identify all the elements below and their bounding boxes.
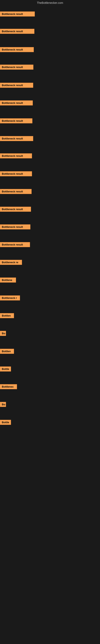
bottleneck-result-item[interactable]: Bottlenec xyxy=(0,384,17,389)
bottleneck-result-item[interactable]: Bottle xyxy=(0,366,11,372)
bottleneck-result-item[interactable]: Bottlene xyxy=(0,278,16,282)
bottleneck-result-item[interactable]: Bo xyxy=(0,331,6,336)
bottleneck-result-item[interactable]: Bottleneck result xyxy=(0,64,33,70)
bottleneck-result-item[interactable]: Bottleneck result xyxy=(0,47,34,52)
bottleneck-result-item[interactable]: Bottleneck result xyxy=(0,136,33,141)
bottleneck-result-item[interactable]: Bo xyxy=(0,402,6,407)
bottleneck-result-item[interactable]: Bottle xyxy=(0,420,11,425)
bottleneck-result-item[interactable]: Bottleneck result xyxy=(0,83,33,88)
bottleneck-result-item[interactable]: Bottlen xyxy=(0,313,14,318)
bottleneck-result-item[interactable]: Bottleneck result xyxy=(0,12,35,16)
bottleneck-result-item[interactable]: Bottleneck result xyxy=(0,171,32,176)
bottleneck-result-item[interactable]: Bottleneck result xyxy=(0,100,33,106)
bottleneck-result-item[interactable]: Bottleneck result xyxy=(0,29,34,34)
site-title: TheBottlenecker.com xyxy=(0,0,100,6)
bottleneck-result-item[interactable]: Bottleneck re xyxy=(0,260,22,265)
bottleneck-result-item[interactable]: Bottlen xyxy=(0,349,14,354)
bottleneck-result-item[interactable]: Bottleneck result xyxy=(0,224,30,230)
bottleneck-result-item[interactable]: Bottleneck result xyxy=(0,153,32,158)
bottleneck-result-item[interactable]: Bottleneck result xyxy=(0,242,30,247)
bottleneck-result-item[interactable]: Bottleneck result xyxy=(0,118,32,123)
bottleneck-result-item[interactable]: Bottleneck result xyxy=(0,207,31,212)
bottleneck-result-item[interactable]: Bottleneck result xyxy=(0,189,32,194)
bottleneck-result-item[interactable]: Bottleneck r xyxy=(0,296,20,300)
